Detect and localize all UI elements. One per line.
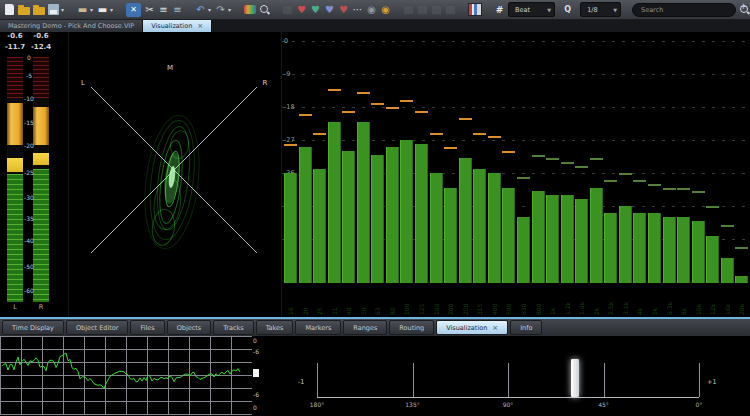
spectrum-frequency-label: 8k (677, 287, 690, 315)
spectrum-bar (706, 236, 719, 283)
scope-current-value-marker (253, 369, 259, 377)
split-object-icon[interactable]: ✂ (144, 3, 155, 17)
grid-select[interactable]: 1/8 ▼ (580, 2, 621, 17)
object-mode-dropdown-icon[interactable]: ▾ (109, 3, 114, 17)
open-folder-icon[interactable] (18, 3, 30, 17)
bottom-tab-time-display[interactable]: Time Display (2, 320, 64, 335)
redo-dropdown-icon[interactable]: ▾ (227, 3, 232, 17)
correlation-value-bar (571, 359, 579, 397)
spectrum-peak-hold (633, 180, 646, 182)
align-objects-icon[interactable]: ≡ (158, 3, 169, 17)
smiley-icon[interactable]: ◉ (380, 3, 391, 17)
correlation-tick (508, 363, 509, 397)
goniometer-label-right: R (263, 79, 268, 87)
rms-readout-L: -11.7 (2, 43, 28, 51)
copy-disabled-icon[interactable] (417, 3, 428, 17)
meter-zone (33, 153, 49, 165)
spectrum-peak-hold (459, 118, 472, 120)
monitor-eye-icon[interactable]: ◉ (366, 3, 377, 17)
search-input[interactable] (632, 3, 736, 17)
spectrum-bar (648, 213, 661, 283)
copy-disabled-icon-shape (417, 5, 428, 15)
mouse-mode-icon[interactable]: ▬ (77, 3, 88, 17)
paste-disabled-icon[interactable] (431, 3, 442, 17)
spectrum-frequency-label: 160 (430, 287, 443, 315)
close-icon[interactable]: × (492, 324, 498, 332)
undo-icon[interactable]: ↶ (195, 3, 206, 17)
spectrum-gridline (282, 107, 750, 108)
spectrum-bar (619, 206, 632, 283)
undo-dropdown-icon[interactable]: ▾ (207, 3, 212, 17)
spectrum-peak-hold (735, 247, 748, 249)
spectrum-peak-hold (488, 136, 501, 138)
mixer-levels-icon[interactable] (468, 3, 482, 17)
save-icon[interactable] (48, 3, 59, 17)
quantize-button[interactable]: Q (562, 3, 573, 17)
spectrum-peak-hold (284, 144, 297, 146)
spectrum-frequency-label: 20 (299, 287, 312, 315)
more-options-icon[interactable]: ⋯ (352, 3, 363, 17)
bottom-tab-tracks[interactable]: Tracks (213, 320, 253, 335)
redo-icon[interactable]: ↷ (215, 3, 226, 17)
goniometer-label-left: L (81, 79, 85, 87)
spectrum-db-label: 0 (284, 37, 288, 45)
docking-tab-bar: Time DisplayObject EditorFilesObjectsTra… (0, 317, 750, 336)
save-dropdown-icon[interactable]: ▾ (60, 3, 65, 17)
bottom-tab-markers[interactable]: Markers (295, 320, 341, 335)
import-folder-icon[interactable] (33, 3, 45, 17)
bottom-tab-label: Tracks (223, 324, 243, 332)
favorite-heart-red2-icon[interactable]: ♥ (338, 3, 349, 17)
goniometer-label-mid: M (167, 64, 173, 72)
delete-disabled-icon[interactable] (445, 3, 456, 17)
bottom-tab-routing[interactable]: Routing (389, 320, 434, 335)
favorite-heart-green-icon[interactable]: ♥ (310, 3, 321, 17)
meter-scale-label: -15 (21, 119, 37, 126)
close-icon[interactable]: × (197, 22, 203, 30)
favorite-heart-blue-icon[interactable]: ♥ (324, 3, 335, 17)
preset-disabled-icon[interactable] (282, 3, 293, 17)
spectrum-frequency-label: 1.2k (561, 287, 574, 315)
track-colors-icon[interactable] (244, 3, 256, 17)
spectrum-bar (459, 158, 472, 283)
spectrum-peak-hold (648, 184, 661, 186)
bottom-tab-takes[interactable]: Takes (256, 320, 294, 335)
cut-disabled-icon[interactable] (403, 3, 414, 17)
bottom-tab-files[interactable]: Files (130, 320, 164, 335)
snap-grid-icon[interactable]: # (494, 3, 505, 17)
correlation-axis (317, 397, 699, 398)
tab-visualization[interactable]: Visualization× (143, 20, 212, 32)
favorite-heart-red-icon[interactable]: ♥ (296, 3, 307, 17)
spectrum-bar (604, 213, 617, 283)
zoom-tool-icon[interactable] (259, 3, 270, 17)
spectrum-frequency-label: 2k (590, 287, 603, 315)
correlation-tick (699, 363, 700, 397)
spectrum-peak-hold (328, 89, 341, 91)
spectrum-frequency-label: 400 (488, 287, 501, 315)
bottom-tab-ranges[interactable]: Ranges (343, 320, 387, 335)
bottom-tab-objects[interactable]: Objects (167, 320, 212, 335)
spectrum-peak-hold (604, 180, 617, 182)
mouse-mode-dropdown-icon[interactable]: ▾ (89, 3, 94, 17)
spectrum-peak-hold (692, 191, 705, 193)
crossfade-editor-icon[interactable]: ✕ (126, 3, 141, 17)
new-file-icon[interactable] (4, 3, 15, 17)
beat-select[interactable]: Beat ▼ (508, 2, 555, 17)
spectrum-bar (590, 188, 603, 283)
object-mode-icon[interactable]: ▬ (97, 3, 108, 17)
paste-disabled-icon-shape (431, 5, 442, 15)
bottom-tab-info[interactable]: Info (510, 320, 542, 335)
add-tab-button[interactable]: + (739, 0, 747, 12)
tab-mastering-demo-pick-and-choose-vip[interactable]: Mastering Demo - Pick And Choose.VIP (0, 20, 143, 32)
spectrum-bar (400, 140, 413, 283)
align-tracks-icon[interactable]: ≡ (172, 3, 183, 17)
scope-axis-label: 0 (253, 404, 264, 411)
spectrum-frequency-label: 250 (459, 287, 472, 315)
spectrum-bar (677, 217, 690, 283)
scope-waveform-trace (2, 353, 240, 389)
meter-scale-label: -10 (21, 95, 37, 102)
bottom-tab-visualization[interactable]: Visualization× (436, 320, 508, 335)
meter-scale-label: -50 (21, 263, 37, 270)
bottom-tab-object-editor[interactable]: Object Editor (66, 320, 128, 335)
correlation-max-label: +1 (707, 378, 717, 386)
spectrum-frequency-label: 1.6k (575, 287, 588, 315)
